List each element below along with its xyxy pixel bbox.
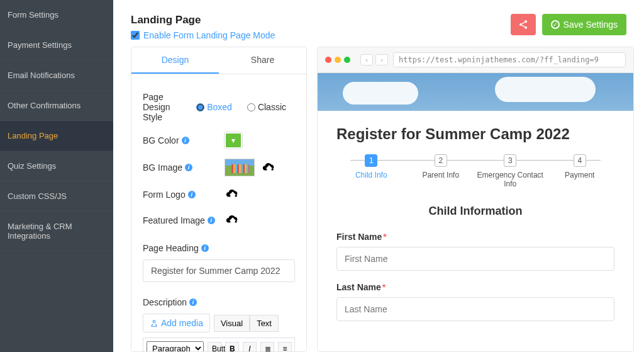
style-boxed-radio[interactable]: Boxed	[196, 102, 232, 112]
sidebar-item-label: Landing Page	[8, 131, 58, 140]
first-name-input[interactable]	[336, 247, 614, 271]
step-emergency-contact[interactable]: 3Emergency Contact Info	[475, 154, 545, 188]
sidebar-item-label: Marketing & CRM Integrations	[8, 222, 72, 241]
settings-sidebar: Form Settings Payment Settings Email Not…	[0, 0, 113, 352]
upload-featured-image-button[interactable]	[225, 212, 241, 228]
step-parent-info[interactable]: 2Parent Info	[406, 154, 476, 179]
upload-bg-image-button[interactable]	[261, 160, 277, 176]
bg-color-label: BG Colori	[143, 135, 218, 145]
share-button[interactable]	[511, 14, 536, 35]
svg-point-3	[153, 321, 155, 323]
media-icon	[150, 319, 158, 327]
page-design-style-label: Page Design Style	[143, 92, 190, 122]
enable-checkbox-input[interactable]	[131, 31, 140, 40]
design-panel: Design Share Page Design Style Boxed Cla…	[131, 47, 307, 352]
last-name-input[interactable]	[336, 297, 614, 321]
sidebar-item-other-confirmations[interactable]: Other Confirmations	[0, 91, 113, 121]
enable-label: Enable Form Landing Page Mode	[143, 30, 275, 40]
form-section-title: Child Information	[336, 205, 614, 218]
share-icon	[518, 20, 528, 30]
sidebar-item-quiz-settings[interactable]: Quiz Settings	[0, 151, 113, 181]
page-title: Landing Page	[131, 14, 275, 26]
form-steps: 1Child Info 2Parent Info 3Emergency Cont…	[336, 154, 614, 188]
form-logo-label: Form Logoi	[143, 190, 218, 200]
sidebar-item-form-settings[interactable]: Form Settings	[0, 0, 113, 30]
sidebar-item-landing-page[interactable]: Landing Page	[0, 121, 113, 151]
sidebar-item-label: Form Settings	[8, 10, 58, 20]
page-heading-label: Page Headingi	[143, 243, 295, 253]
bullet-list-button[interactable]: ≣	[260, 342, 274, 353]
bold-button[interactable]: B	[225, 342, 239, 353]
info-icon[interactable]: i	[201, 244, 209, 252]
sidebar-item-label: Quiz Settings	[8, 161, 56, 171]
insert-button-button[interactable]: Button	[208, 342, 221, 353]
editor-text-tab[interactable]: Text	[250, 315, 279, 332]
last-name-label: Last Name*	[336, 282, 614, 292]
info-icon[interactable]: i	[185, 164, 192, 171]
number-list-button[interactable]: ≡	[278, 342, 292, 353]
featured-image-label: Featured Imagei	[143, 215, 218, 225]
step-payment[interactable]: 4Payment	[545, 154, 615, 179]
bg-image-thumbnail[interactable]	[225, 159, 255, 176]
sidebar-item-label: Email Notifications	[8, 71, 75, 80]
sidebar-item-marketing-crm[interactable]: Marketing & CRM Integrations	[0, 212, 113, 251]
step-child-info[interactable]: 1Child Info	[336, 154, 406, 179]
editor-toolbar: Paragraph Button B I ≣ ≡	[143, 338, 295, 352]
sidebar-item-custom-css-js[interactable]: Custom CSS/JS	[0, 181, 113, 212]
tab-share[interactable]: Share	[219, 47, 306, 74]
description-label: Descriptioni	[143, 297, 295, 307]
save-settings-button[interactable]: ✓ Save Settings	[542, 14, 626, 35]
tab-design[interactable]: Design	[131, 47, 219, 74]
save-button-label: Save Settings	[564, 20, 618, 30]
paragraph-select[interactable]: Paragraph	[147, 341, 204, 352]
style-classic-radio[interactable]: Classic	[247, 102, 286, 112]
sidebar-item-payment-settings[interactable]: Payment Settings	[0, 30, 113, 60]
svg-point-1	[519, 23, 522, 26]
bg-image-label: BG Imagei	[143, 162, 218, 173]
browser-forward-button[interactable]: ›	[375, 54, 388, 65]
bg-color-picker[interactable]: ▾	[225, 132, 242, 149]
first-name-label: First Name*	[336, 232, 614, 242]
browser-back-button[interactable]: ‹	[360, 54, 373, 65]
sidebar-item-label: Other Confirmations	[8, 101, 80, 110]
info-icon[interactable]: i	[182, 137, 189, 144]
info-icon[interactable]: i	[189, 298, 197, 306]
upload-form-logo-button[interactable]	[225, 186, 241, 202]
sidebar-item-email-notifications[interactable]: Email Notifications	[0, 60, 113, 91]
enable-landing-page-checkbox[interactable]: Enable Form Landing Page Mode	[131, 30, 275, 40]
info-icon[interactable]: i	[188, 191, 196, 198]
browser-url-bar[interactable]: https://test.wpninjathemes.com/?ff_landi…	[393, 52, 626, 67]
info-icon[interactable]: i	[208, 217, 215, 224]
window-maximize-icon	[344, 57, 350, 63]
form-heading: Register for Summer Camp 2022	[336, 125, 614, 143]
window-minimize-icon	[335, 57, 341, 63]
page-header: Landing Page Enable Form Landing Page Mo…	[113, 0, 644, 47]
number-list-icon: ≡	[282, 344, 287, 353]
preview-background-image	[318, 73, 633, 111]
bullet-list-icon: ≣	[265, 344, 271, 353]
add-media-button[interactable]: Add media	[143, 314, 210, 332]
check-circle-icon: ✓	[551, 20, 560, 29]
landing-page-preview: ‹ › https://test.wpninjathemes.com/?ff_l…	[317, 47, 634, 352]
editor-visual-tab[interactable]: Visual	[214, 315, 250, 332]
sidebar-item-label: Payment Settings	[8, 40, 72, 50]
page-heading-input[interactable]	[143, 259, 295, 282]
window-close-icon	[325, 57, 331, 63]
italic-button[interactable]: I	[243, 342, 257, 353]
svg-point-2	[525, 26, 527, 29]
sidebar-item-label: Custom CSS/JS	[8, 191, 67, 201]
browser-chrome: ‹ › https://test.wpninjathemes.com/?ff_l…	[318, 47, 633, 73]
svg-point-0	[525, 20, 527, 23]
